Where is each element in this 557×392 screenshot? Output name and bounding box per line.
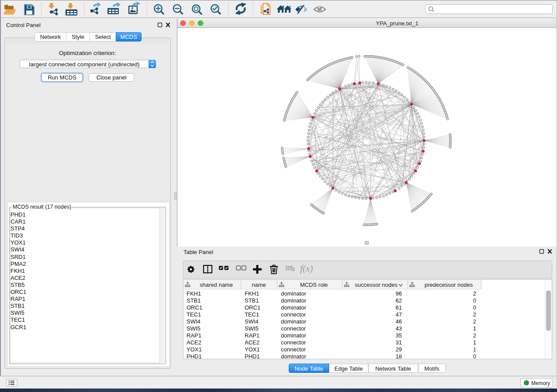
- svg-text:f(x): f(x): [300, 263, 313, 274]
